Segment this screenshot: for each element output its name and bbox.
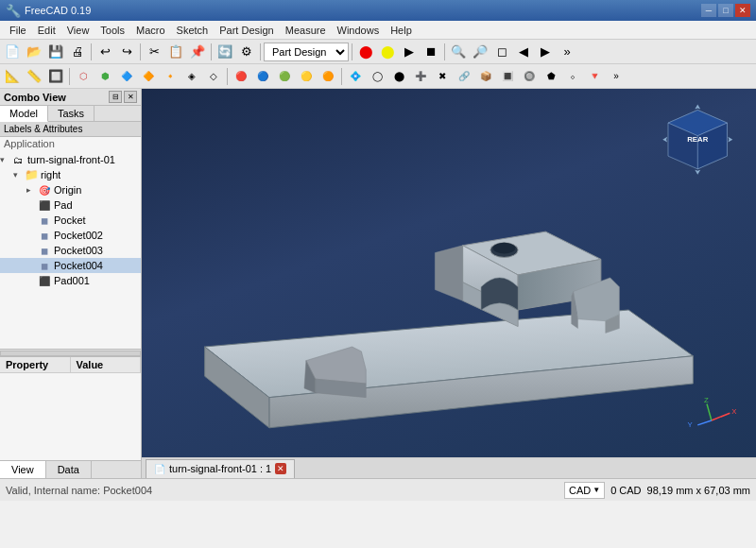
tree-item-pocket003[interactable]: ◼Pocket003 bbox=[0, 243, 141, 258]
tree-item-pad001[interactable]: ⬛Pad001 bbox=[0, 273, 141, 288]
tb-open[interactable]: 📂 bbox=[24, 42, 44, 62]
tree-item-origin[interactable]: ▸🎯Origin bbox=[0, 182, 141, 197]
close-button[interactable]: ✕ bbox=[735, 4, 750, 17]
viewport-tabbar: 📄 turn-signal-front-01 : 1 ✕ bbox=[142, 457, 756, 478]
status-coords: 98,19 mm x 67,03 mm bbox=[647, 485, 750, 496]
combo-close[interactable]: ✕ bbox=[124, 91, 137, 103]
tb-refresh[interactable]: 🔄 bbox=[215, 42, 235, 62]
tree-icon-origin: 🎯 bbox=[38, 183, 51, 197]
tb-settings[interactable]: ⚙ bbox=[236, 42, 257, 62]
tb-sep-5 bbox=[352, 43, 352, 60]
tb-sep-4 bbox=[260, 43, 261, 60]
tb2-11[interactable]: 🔴 bbox=[231, 66, 251, 87]
tb2-1[interactable]: 📐 bbox=[2, 66, 23, 87]
tree-item-pocket004[interactable]: ◼Pocket004 bbox=[0, 258, 141, 273]
menu-tools[interactable]: Tools bbox=[94, 23, 130, 38]
tb-zoom-fit[interactable]: 🔍 bbox=[448, 42, 469, 62]
tb-cut[interactable]: ✂ bbox=[144, 42, 164, 62]
bottom-tab-data[interactable]: Data bbox=[46, 461, 92, 478]
tb2-6[interactable]: 🔷 bbox=[116, 66, 137, 87]
tb2-23[interactable]: 🔳 bbox=[497, 66, 518, 87]
tree-item-pad[interactable]: ⬛Pad bbox=[0, 197, 141, 213]
maximize-button[interactable]: □ bbox=[718, 4, 733, 17]
tb-redo[interactable]: ↪ bbox=[116, 42, 137, 62]
panel-content: Labels & Attributes Application ▾🗂turn-s… bbox=[0, 122, 141, 356]
tb-save[interactable]: 💾 bbox=[45, 42, 66, 62]
tb-view1[interactable]: ◻ bbox=[491, 42, 512, 62]
tb-stop[interactable]: ⏹ bbox=[421, 42, 441, 62]
main-area: Combo View ⊟ ✕ Model Tasks Labels & Attr… bbox=[0, 89, 756, 501]
tb-copy[interactable]: 📋 bbox=[165, 42, 186, 62]
horizontal-scrollbar[interactable] bbox=[0, 349, 141, 356]
status-cad-badge[interactable]: CAD ▼ bbox=[564, 482, 605, 499]
tb2-22[interactable]: 📦 bbox=[475, 66, 496, 87]
tb2-27[interactable]: 🔻 bbox=[584, 66, 605, 87]
tb-play[interactable]: ▶ bbox=[399, 42, 420, 62]
tb2-14[interactable]: 🟡 bbox=[296, 66, 317, 87]
viewport-tab-model[interactable]: 📄 turn-signal-front-01 : 1 ✕ bbox=[146, 459, 295, 478]
3d-viewport[interactable]: REAR X Z Y bbox=[142, 89, 756, 457]
tree-item-root[interactable]: ▾🗂turn-signal-front-01 bbox=[0, 152, 141, 167]
viewport-tab-close[interactable]: ✕ bbox=[275, 463, 286, 474]
menu-sketch[interactable]: Sketch bbox=[171, 23, 215, 38]
tb2-9[interactable]: ◈ bbox=[181, 66, 202, 87]
minimize-button[interactable]: ─ bbox=[701, 4, 716, 17]
tb2-16[interactable]: 💠 bbox=[345, 66, 366, 87]
tb2-more[interactable]: » bbox=[606, 66, 627, 87]
tree-item-right[interactable]: ▾📁right bbox=[0, 167, 141, 182]
tb2-18[interactable]: ⬤ bbox=[388, 66, 409, 87]
tb-nav-left[interactable]: ◀ bbox=[513, 42, 534, 62]
menu-measure[interactable]: Measure bbox=[280, 23, 332, 38]
tb2-13[interactable]: 🟢 bbox=[274, 66, 295, 87]
tb2-24[interactable]: 🔘 bbox=[519, 66, 540, 87]
menu-view[interactable]: View bbox=[61, 23, 95, 38]
tb2-25[interactable]: ⬟ bbox=[541, 66, 561, 87]
tree-icon-right: 📁 bbox=[25, 168, 38, 181]
tree-label-origin: Origin bbox=[54, 184, 81, 196]
tb-nav-right[interactable]: ▶ bbox=[535, 42, 556, 62]
tb2-5[interactable]: ⬢ bbox=[94, 66, 115, 87]
tb-red[interactable]: ⬤ bbox=[355, 42, 376, 62]
tb-zoom-sel[interactable]: 🔎 bbox=[470, 42, 490, 62]
menu-help[interactable]: Help bbox=[385, 23, 418, 38]
tree-item-pocket002[interactable]: ◼Pocket002 bbox=[0, 228, 141, 243]
tb2-26[interactable]: ⬦ bbox=[562, 66, 583, 87]
tb2-21[interactable]: 🔗 bbox=[454, 66, 474, 87]
tree-area[interactable]: ▾🗂turn-signal-front-01▾📁right▸🎯Origin⬛Pa… bbox=[0, 150, 141, 349]
tb2-8[interactable]: 🔸 bbox=[160, 66, 180, 87]
tb2-17[interactable]: ◯ bbox=[367, 66, 387, 87]
menu-file[interactable]: File bbox=[4, 23, 32, 38]
tab-tasks[interactable]: Tasks bbox=[48, 106, 94, 121]
tb2-12[interactable]: 🔵 bbox=[252, 66, 273, 87]
tb2-4[interactable]: ⬡ bbox=[73, 66, 94, 87]
bottom-tab-view[interactable]: View bbox=[0, 461, 46, 478]
tb-undo[interactable]: ↩ bbox=[94, 42, 115, 62]
panel-tabs: Model Tasks bbox=[0, 106, 141, 122]
workbench-dropdown[interactable]: Part Design bbox=[264, 43, 349, 61]
menu-macro[interactable]: Macro bbox=[130, 23, 171, 38]
menu-part-design[interactable]: Part Design bbox=[214, 23, 279, 38]
menu-edit[interactable]: Edit bbox=[32, 23, 61, 38]
tb2-7[interactable]: 🔶 bbox=[138, 66, 159, 87]
tb2-19[interactable]: ➕ bbox=[410, 66, 431, 87]
tb2-20[interactable]: ✖ bbox=[432, 66, 453, 87]
application-label: Application bbox=[0, 137, 141, 150]
tab-model[interactable]: Model bbox=[0, 106, 48, 122]
tb-paste[interactable]: 📌 bbox=[187, 42, 208, 62]
menu-bar: File Edit View Tools Macro Sketch Part D… bbox=[0, 21, 756, 40]
tb2-10[interactable]: ◇ bbox=[203, 66, 224, 87]
scroll-track[interactable] bbox=[0, 351, 141, 356]
menu-windows[interactable]: Windows bbox=[332, 23, 386, 38]
tb-more[interactable]: » bbox=[557, 42, 577, 62]
tb2-3[interactable]: 🔲 bbox=[45, 66, 66, 87]
tb2-15[interactable]: 🟠 bbox=[318, 66, 338, 87]
tb2-sep-1 bbox=[69, 68, 70, 85]
status-bar: Valid, Internal name: Pocket004 CAD ▼ 0 … bbox=[0, 478, 756, 501]
tree-label-root: turn-signal-front-01 bbox=[27, 154, 115, 165]
tb-print[interactable]: 🖨 bbox=[67, 42, 88, 62]
combo-undock[interactable]: ⊟ bbox=[109, 91, 122, 103]
tree-item-pocket[interactable]: ◼Pocket bbox=[0, 213, 141, 228]
tb-yellow[interactable]: ⬤ bbox=[377, 42, 398, 62]
tb-new[interactable]: 📄 bbox=[2, 42, 23, 62]
tb2-2[interactable]: 📏 bbox=[24, 66, 44, 87]
